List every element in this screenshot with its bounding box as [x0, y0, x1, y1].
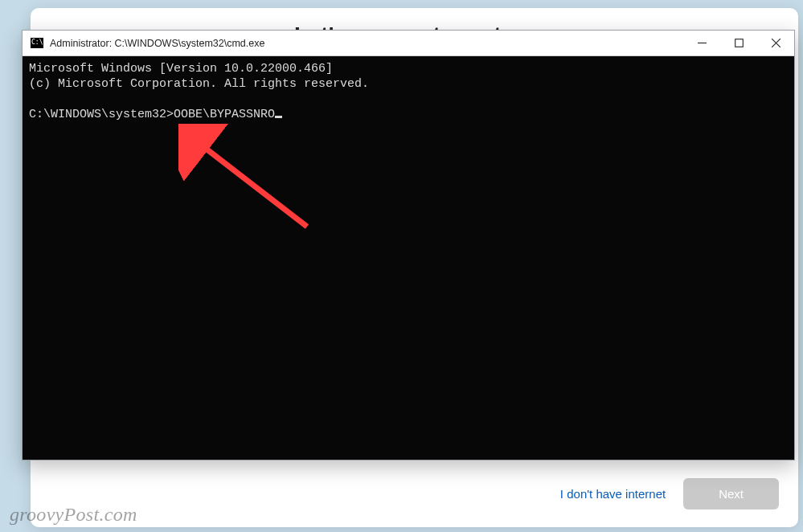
- cursor: [275, 116, 282, 118]
- oobe-actions: I don't have internet Next: [560, 478, 779, 509]
- window-title: Administrator: C:\WINDOWS\system32\cmd.e…: [50, 38, 683, 49]
- watermark: groovyPost.com: [10, 504, 137, 526]
- terminal-output[interactable]: Microsoft Windows [Version 10.0.22000.46…: [23, 56, 794, 460]
- minimize-icon: [698, 39, 707, 47]
- close-button[interactable]: [757, 31, 794, 56]
- next-button[interactable]: Next: [683, 478, 779, 509]
- banner-line-1: Microsoft Windows [Version 10.0.22000.46…: [29, 62, 333, 76]
- no-internet-link[interactable]: I don't have internet: [560, 487, 666, 501]
- command-input: OOBE\BYPASSNRO: [174, 108, 275, 121]
- cmd-icon: [31, 38, 43, 48]
- maximize-icon: [735, 39, 744, 47]
- close-icon: [772, 39, 780, 47]
- banner-line-2: (c) Microsoft Corporation. All rights re…: [29, 77, 369, 91]
- svg-rect-1: [735, 39, 743, 47]
- cmd-window: Administrator: C:\WINDOWS\system32\cmd.e…: [22, 30, 795, 460]
- titlebar[interactable]: Administrator: C:\WINDOWS\system32\cmd.e…: [23, 31, 794, 56]
- prompt: C:\WINDOWS\system32>: [29, 108, 174, 121]
- maximize-button[interactable]: [720, 31, 757, 56]
- minimize-button[interactable]: [683, 31, 720, 56]
